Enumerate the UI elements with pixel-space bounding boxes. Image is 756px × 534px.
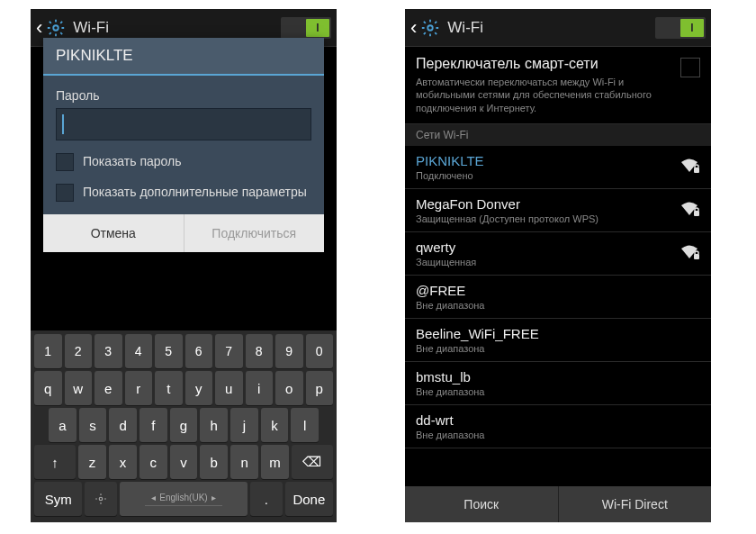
- key-q[interactable]: q: [34, 371, 62, 405]
- key-r[interactable]: r: [125, 371, 153, 405]
- network-item[interactable]: @FREEВне диапазона: [405, 276, 711, 319]
- key-y[interactable]: y: [185, 371, 213, 405]
- network-status: Вне диапазона: [416, 343, 700, 354]
- keyboard: 1234567890 qwertyuiop asdfghjkl ↑zxcvbnm…: [31, 330, 337, 522]
- show-password-label: Показать пароль: [83, 153, 182, 169]
- network-item[interactable]: dd-wrtВне диапазона: [405, 405, 711, 448]
- key-n[interactable]: n: [230, 445, 258, 479]
- network-item[interactable]: Beeline_WiFi_FREEВне диапазона: [405, 319, 711, 362]
- space-key[interactable]: ◂English(UK)▸: [120, 482, 248, 516]
- svg-point-0: [54, 25, 59, 31]
- svg-rect-3: [694, 167, 699, 173]
- smart-switch-title: Переключатель смарт-сети: [416, 56, 673, 72]
- key-e[interactable]: e: [94, 371, 122, 405]
- show-advanced-label: Показать дополнительные параметры: [83, 184, 307, 200]
- dialog-title: PIKNIKLTE: [43, 38, 324, 76]
- key-2[interactable]: 2: [65, 334, 93, 368]
- network-item[interactable]: MegaFon DonverЗащищенная (Доступен прото…: [405, 189, 711, 232]
- network-item[interactable]: PIKNIKLTEПодключено: [405, 146, 711, 189]
- network-item[interactable]: qwertyЗащищенная: [405, 232, 711, 276]
- svg-rect-4: [694, 211, 699, 216]
- password-label: Пароль: [56, 88, 311, 103]
- back-icon[interactable]: ‹: [410, 16, 417, 40]
- key-m[interactable]: m: [261, 445, 289, 479]
- wifi-signal-icon: [679, 199, 700, 221]
- search-button[interactable]: Поиск: [405, 486, 559, 522]
- key-s[interactable]: s: [79, 408, 107, 442]
- network-name: bmstu_lb: [416, 369, 700, 385]
- wifi-toggle[interactable]: I: [281, 17, 331, 39]
- key-v[interactable]: v: [170, 445, 198, 479]
- key-l[interactable]: l: [291, 408, 319, 442]
- network-status: Защищенная: [416, 257, 679, 267]
- network-name: dd-wrt: [416, 412, 700, 428]
- key-i[interactable]: i: [246, 371, 274, 405]
- header-title: Wi-Fi: [73, 19, 281, 37]
- header-bar: ‹ Wi-Fi I: [405, 9, 711, 47]
- wifi-direct-button[interactable]: Wi-Fi Direct: [559, 486, 712, 522]
- wifi-signal-icon: [679, 242, 700, 264]
- key-d[interactable]: d: [109, 408, 137, 442]
- key-7[interactable]: 7: [215, 334, 243, 368]
- key-9[interactable]: 9: [275, 334, 303, 368]
- key-8[interactable]: 8: [246, 334, 274, 368]
- smart-switch-section[interactable]: Переключатель смарт-сети Автоматически п…: [405, 47, 711, 124]
- period-key[interactable]: .: [250, 482, 283, 516]
- settings-key[interactable]: [85, 482, 117, 516]
- key-k[interactable]: k: [261, 408, 289, 442]
- key-0[interactable]: 0: [306, 334, 334, 368]
- connect-button[interactable]: Подключиться: [184, 214, 325, 252]
- key-c[interactable]: c: [140, 445, 167, 479]
- key-b[interactable]: b: [200, 445, 228, 479]
- network-item[interactable]: bmstu_lbВне диапазона: [405, 362, 711, 405]
- gear-icon[interactable]: [420, 18, 440, 38]
- networks-section-header: Сети Wi-Fi: [405, 124, 711, 146]
- done-key[interactable]: Done: [285, 482, 333, 516]
- phone-screen-right: ‹ Wi-Fi I Переключатель смарт-сети Автом…: [405, 9, 711, 522]
- cancel-button[interactable]: Отмена: [43, 214, 184, 252]
- network-name: Beeline_WiFi_FREE: [416, 326, 700, 341]
- key-3[interactable]: 3: [94, 334, 122, 368]
- network-name: qwerty: [416, 240, 679, 255]
- key-o[interactable]: o: [275, 371, 303, 405]
- key-a[interactable]: a: [49, 408, 76, 442]
- key-p[interactable]: p: [306, 371, 334, 405]
- key-u[interactable]: u: [215, 371, 243, 405]
- smart-switch-checkbox[interactable]: [680, 58, 700, 77]
- key-↑[interactable]: ↑: [34, 445, 76, 479]
- key-j[interactable]: j: [230, 408, 258, 442]
- show-advanced-checkbox[interactable]: [56, 184, 74, 202]
- network-name: MegaFon Donver: [416, 196, 679, 212]
- network-status: Вне диапазона: [416, 386, 700, 397]
- wifi-toggle[interactable]: I: [655, 17, 706, 39]
- key-4[interactable]: 4: [125, 334, 153, 368]
- sym-key[interactable]: Sym: [34, 482, 82, 516]
- svg-point-1: [99, 497, 103, 501]
- svg-rect-5: [694, 254, 699, 259]
- network-status: Вне диапазона: [416, 300, 700, 311]
- key-t[interactable]: t: [155, 371, 183, 405]
- header-title: Wi-Fi: [447, 19, 655, 37]
- wifi-password-dialog: PIKNIKLTE Пароль Показать пароль Показат…: [43, 38, 324, 252]
- wifi-signal-icon: [679, 156, 700, 177]
- back-icon[interactable]: ‹: [36, 16, 42, 40]
- show-password-checkbox[interactable]: [56, 153, 74, 171]
- key-⌫[interactable]: ⌫: [292, 445, 333, 479]
- gear-icon[interactable]: [46, 18, 66, 38]
- key-f[interactable]: f: [140, 408, 167, 442]
- key-5[interactable]: 5: [155, 334, 183, 368]
- key-x[interactable]: x: [109, 445, 137, 479]
- key-g[interactable]: g: [170, 408, 198, 442]
- key-w[interactable]: w: [65, 371, 93, 405]
- key-h[interactable]: h: [200, 408, 228, 442]
- network-status: Вне диапазона: [416, 430, 700, 440]
- key-z[interactable]: z: [78, 445, 106, 479]
- smart-switch-desc: Автоматически переключаться между Wi-Fi …: [416, 76, 673, 114]
- network-status: Подключено: [416, 170, 679, 181]
- network-name: @FREE: [416, 283, 700, 298]
- network-status: Защищенная (Доступен протокол WPS): [416, 213, 679, 224]
- key-6[interactable]: 6: [185, 334, 213, 368]
- phone-screen-left: ‹ Wi-Fi I Поиск Wi-Fi Direct PIKNIKLTE П…: [31, 9, 337, 522]
- key-1[interactable]: 1: [34, 334, 62, 368]
- password-input[interactable]: [56, 108, 311, 140]
